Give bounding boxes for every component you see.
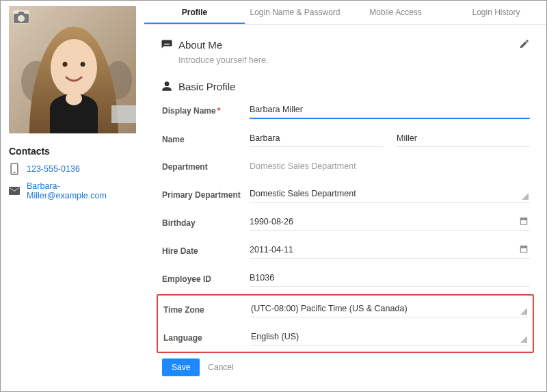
hire-date-input[interactable]: 2011-04-11 (250, 243, 530, 259)
label-birthday: Birthday (161, 218, 250, 228)
svg-point-6 (81, 62, 85, 67)
row-display-name: Display Name* Barbara Miller (161, 96, 530, 125)
about-placeholder[interactable]: Introduce yourself here. (178, 55, 530, 65)
highlight-timezone-language: Time Zone (UTC-08:00) Pacific Time (US &… (157, 294, 534, 353)
contact-email-row: Barbara-Miller@example.com (9, 181, 136, 200)
label-name: Name (161, 135, 250, 144)
form-actions: Save Cancel (161, 358, 530, 376)
contact-phone-link[interactable]: 123-555-0136 (27, 164, 80, 174)
camera-icon (13, 10, 29, 24)
contact-email-link[interactable]: Barbara-Miller@example.com (27, 181, 136, 200)
primary-department-select[interactable]: Domestic Sales Department (250, 187, 530, 202)
calendar-icon[interactable] (519, 216, 529, 228)
basic-profile-head: Basic Profile (161, 80, 530, 92)
label-display-name: Display Name* (161, 106, 250, 116)
row-name: Name Barbara Miller (161, 125, 530, 153)
about-title-row: About Me (161, 39, 222, 51)
avatar-illustration (9, 6, 136, 133)
email-icon (9, 185, 20, 196)
row-hire-date: Hire Date 2011-04-11 (161, 237, 530, 265)
save-button[interactable]: Save (162, 358, 200, 376)
contact-phone-row: 123-555-0136 (9, 164, 136, 174)
row-primary-dept: Primary Department Domestic Sales Depart… (161, 181, 530, 209)
about-section-head: About Me (161, 38, 530, 51)
main-panel: Profile Login Name & Password Mobile Acc… (144, 1, 546, 391)
content: About Me Introduce yourself here. Basic … (144, 25, 546, 391)
change-photo-button[interactable] (13, 10, 29, 24)
row-language: Language English (US) (162, 324, 529, 352)
tab-profile[interactable]: Profile (144, 1, 245, 24)
display-name-input[interactable]: Barbara Miller (250, 103, 530, 119)
svg-rect-9 (13, 172, 15, 173)
department-value: Domestic Sales Department (250, 159, 530, 174)
chevron-down-icon (520, 308, 527, 315)
label-employee-id: Employee ID (161, 274, 250, 284)
timezone-select[interactable]: (UTC-08:00) Pacific Time (US & Canada) (251, 302, 529, 317)
basic-profile-title-row: Basic Profile (161, 80, 235, 92)
pencil-icon (519, 38, 530, 49)
label-language: Language (162, 333, 251, 343)
svg-point-5 (63, 62, 68, 67)
label-primary-dept: Primary Department (161, 190, 250, 200)
tab-login-history[interactable]: Login History (446, 1, 546, 24)
tab-mobile-access[interactable]: Mobile Access (345, 1, 446, 24)
chevron-down-icon (520, 336, 527, 343)
contacts-heading: Contacts (9, 146, 136, 157)
svg-point-4 (66, 92, 82, 105)
row-birthday: Birthday 1990-08-26 (161, 209, 530, 237)
chat-icon (161, 39, 173, 51)
row-timezone: Time Zone (UTC-08:00) Pacific Time (US &… (162, 296, 529, 324)
language-select[interactable]: English (US) (251, 330, 529, 345)
label-department: Department (161, 162, 250, 172)
person-icon (161, 80, 173, 92)
birthday-input[interactable]: 1990-08-26 (250, 215, 530, 231)
basic-profile-title: Basic Profile (178, 81, 235, 92)
tabs: Profile Login Name & Password Mobile Acc… (144, 1, 546, 25)
chevron-down-icon (522, 193, 529, 200)
tab-login-password[interactable]: Login Name & Password (245, 1, 345, 24)
about-title: About Me (178, 39, 222, 51)
calendar-icon[interactable] (519, 244, 529, 256)
profile-photo (9, 6, 136, 133)
cancel-button[interactable]: Cancel (208, 363, 233, 372)
phone-icon (9, 164, 20, 174)
svg-point-3 (51, 39, 97, 96)
label-timezone: Time Zone (162, 305, 251, 315)
label-hire-date: Hire Date (161, 246, 250, 256)
edit-about-button[interactable] (519, 38, 530, 51)
first-name-input[interactable]: Barbara (250, 131, 383, 147)
svg-rect-7 (111, 105, 136, 123)
employee-id-input[interactable]: B1036 (250, 271, 530, 287)
row-department: Department Domestic Sales Department (161, 153, 530, 181)
row-employee-id: Employee ID B1036 (161, 265, 530, 293)
last-name-input[interactable]: Miller (397, 131, 530, 147)
sidebar: Contacts 123-555-0136 Barbara-Miller@exa… (1, 1, 144, 391)
